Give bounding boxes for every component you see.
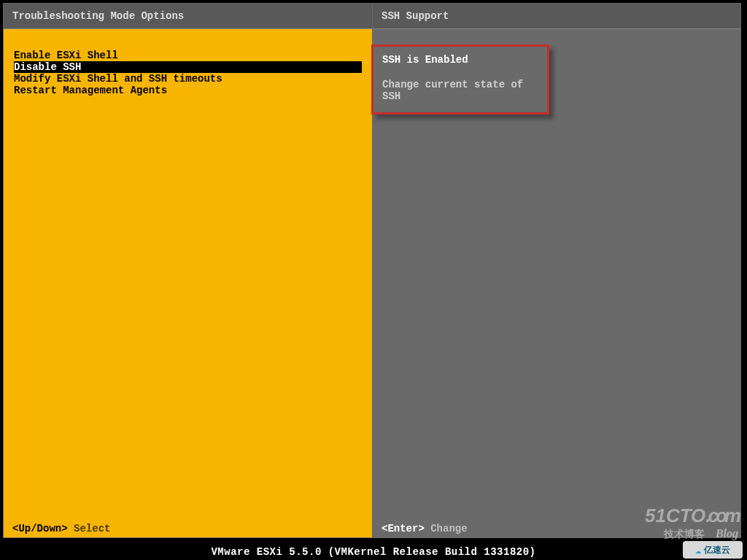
panes-container: Troubleshooting Mode Options Enable ESXi… bbox=[3, 3, 741, 538]
left-pane-body: Enable ESXi Shell Disable SSH Modify ESX… bbox=[4, 29, 372, 520]
menu-item-restart-agents[interactable]: Restart Management Agents bbox=[14, 85, 362, 96]
left-hint-bar: <Up/Down> Select bbox=[4, 520, 372, 537]
status-bar: VMware ESXi 5.5.0 (VMKernel Release Buil… bbox=[0, 544, 747, 560]
hint-updown-action: Select bbox=[74, 523, 110, 534]
ssh-detail-highlight: SSH is Enabled Change current state of S… bbox=[371, 44, 549, 114]
troubleshooting-menu[interactable]: Enable ESXi Shell Disable SSH Modify ESX… bbox=[14, 50, 362, 96]
menu-item-modify-timeouts[interactable]: Modify ESXi Shell and SSH timeouts bbox=[14, 73, 362, 85]
ssh-status-text: SSH is Enabled bbox=[382, 54, 540, 66]
ssh-change-desc: Change current state of SSH bbox=[382, 79, 540, 102]
hint-updown-key: <Up/Down> bbox=[12, 523, 68, 534]
menu-item-disable-ssh[interactable]: Disable SSH bbox=[14, 61, 362, 73]
esxi-dcui-screen: Troubleshooting Mode Options Enable ESXi… bbox=[0, 0, 747, 560]
right-pane-title: SSH Support bbox=[373, 4, 740, 29]
right-pane-body: SSH is Enabled Change current state of S… bbox=[373, 29, 740, 520]
hint-enter-key: <Enter> bbox=[382, 523, 425, 534]
left-pane: Troubleshooting Mode Options Enable ESXi… bbox=[4, 4, 373, 537]
left-pane-title: Troubleshooting Mode Options bbox=[4, 4, 372, 29]
hint-enter-action: Change bbox=[430, 523, 467, 534]
right-pane: SSH Support SSH is Enabled Change curren… bbox=[373, 4, 740, 537]
menu-item-enable-esxi-shell[interactable]: Enable ESXi Shell bbox=[14, 50, 362, 61]
right-hint-bar: <Enter> Change bbox=[373, 520, 740, 537]
